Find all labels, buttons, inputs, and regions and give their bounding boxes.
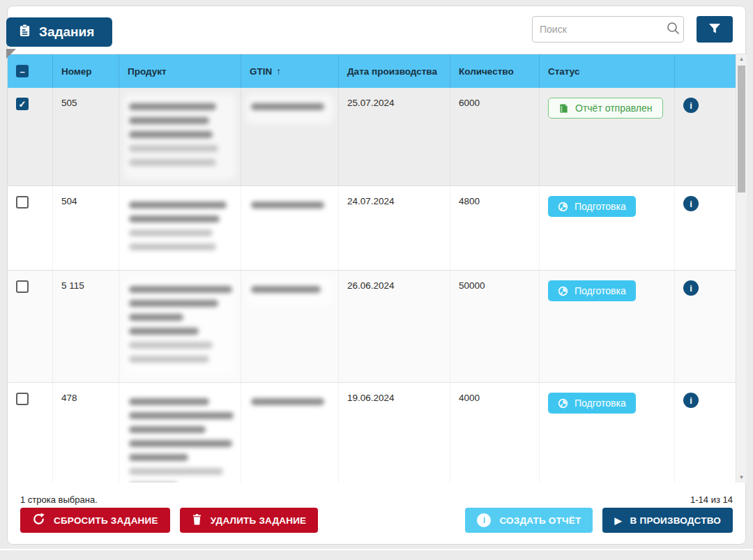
production-date: 19.06.2024 <box>339 383 450 483</box>
gtin-redacted <box>250 280 330 303</box>
column-header-quantity[interactable]: Количество <box>450 54 540 88</box>
timer-icon <box>558 398 568 409</box>
production-date: 24.07.2024 <box>339 186 450 270</box>
bottom-divider <box>0 549 753 550</box>
vertical-scrollbar[interactable]: ▲ ▼ <box>736 54 747 483</box>
table-header-row: – Номер Продукт GTIN↑ Дата производства … <box>8 54 736 88</box>
info-icon[interactable]: i <box>683 393 699 408</box>
select-all-checkbox[interactable]: – <box>16 65 29 77</box>
timer-icon <box>558 286 568 296</box>
row-checkbox[interactable] <box>16 196 29 209</box>
gtin-redacted <box>250 98 330 120</box>
quantity: 50000 <box>450 271 540 382</box>
production-date: 25.07.2024 <box>339 88 450 186</box>
quantity: 4800 <box>450 186 540 270</box>
product-name-redacted <box>128 280 232 372</box>
info-icon[interactable]: i <box>683 280 699 296</box>
table-row[interactable]: 478 19.06.2024 4000 Подготовка i <box>8 383 736 483</box>
column-header-status[interactable]: Статус <box>540 54 675 88</box>
tab-fold-decoration <box>6 47 16 56</box>
scroll-up-icon[interactable]: ▲ <box>736 54 747 64</box>
gtin-redacted <box>250 196 330 218</box>
status-badge: Подготовка <box>548 196 636 217</box>
tasks-panel: Задания – Номер Продукт GTIN↑ <box>7 6 746 545</box>
status-badge: Отчёт отправлен <box>548 98 663 119</box>
play-icon: ▶ <box>614 515 621 526</box>
table-row[interactable]: 5 115 26.06.2024 50000 Подготовка i <box>8 271 736 383</box>
filter-button[interactable] <box>697 16 733 43</box>
gtin-redacted <box>250 393 330 415</box>
trash-icon <box>192 513 202 527</box>
delete-task-button[interactable]: УДАЛИТЬ ЗАДАНИЕ <box>180 508 319 533</box>
column-header-actions <box>675 54 736 88</box>
quantity: 6000 <box>450 88 540 186</box>
product-name-redacted <box>128 393 232 483</box>
quantity: 4000 <box>450 383 540 483</box>
scrollbar-thumb[interactable] <box>738 66 745 192</box>
pagination-range: 1-14 из 14 <box>690 494 733 505</box>
search-icon[interactable] <box>666 21 680 38</box>
task-number: 478 <box>53 383 119 483</box>
table-row[interactable]: 504 24.07.2024 4800 Подготовка i <box>8 186 736 271</box>
timer-icon <box>558 202 568 212</box>
status-badge: Подготовка <box>548 393 636 414</box>
info-icon[interactable]: i <box>683 196 699 211</box>
scroll-down-icon[interactable]: ▼ <box>736 473 747 483</box>
product-name-redacted <box>128 196 232 260</box>
report-document-icon <box>558 103 569 114</box>
reset-task-button[interactable]: СБРОСИТЬ ЗАДАНИЕ <box>20 508 170 533</box>
status-badge: Подготовка <box>548 280 636 301</box>
funnel-icon <box>708 23 721 36</box>
column-header-gtin[interactable]: GTIN↑ <box>241 54 339 88</box>
search-box <box>532 16 684 43</box>
table-row[interactable]: ✓ 505 25.07.2024 6000 Отчёт отправлен i <box>8 88 736 186</box>
product-name-redacted <box>128 98 232 176</box>
sort-asc-icon: ↑ <box>276 66 281 77</box>
clipboard-icon <box>19 24 31 40</box>
task-number: 5 115 <box>53 271 119 382</box>
page-title: Задания <box>39 24 94 40</box>
tasks-table: – Номер Продукт GTIN↑ Дата производства … <box>8 54 747 483</box>
page-title-tab: Задания <box>6 17 112 47</box>
info-icon[interactable]: i <box>683 98 699 113</box>
info-circle-icon: i <box>477 513 491 527</box>
create-report-button[interactable]: i СОЗДАТЬ ОТЧЁТ <box>465 508 593 533</box>
reset-icon <box>32 513 45 528</box>
production-date: 26.06.2024 <box>339 271 450 382</box>
row-checkbox[interactable] <box>16 280 29 293</box>
task-number: 504 <box>53 186 119 270</box>
column-header-number[interactable]: Номер <box>53 54 119 88</box>
row-checkbox[interactable]: ✓ <box>16 98 29 110</box>
column-header-product[interactable]: Продукт <box>119 54 241 88</box>
to-production-button[interactable]: ▶ В ПРОИЗВОДСТВО <box>602 508 733 533</box>
search-input[interactable] <box>540 24 666 35</box>
selection-status: 1 строка выбрана. <box>20 494 98 505</box>
column-header-date[interactable]: Дата производства <box>339 54 450 88</box>
row-checkbox[interactable] <box>16 393 29 405</box>
task-number: 505 <box>53 88 119 186</box>
